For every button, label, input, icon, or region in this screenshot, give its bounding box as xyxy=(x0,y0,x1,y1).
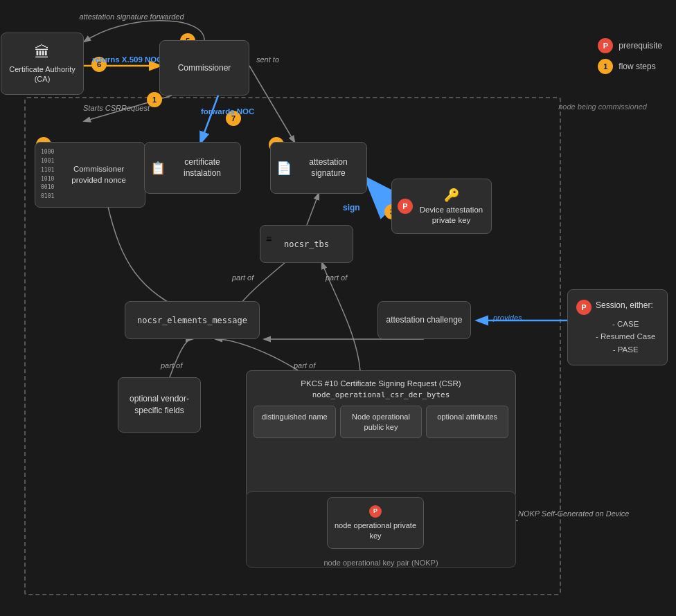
node-nocsr-tbs: nocsr_tbs xyxy=(260,225,353,263)
diagram-container: P prerequisite 1 flow steps node being c… xyxy=(0,0,676,616)
node-device-attestation: P 🔑 Device attestation private key xyxy=(391,179,492,234)
commissioner-title: Commissioner xyxy=(178,63,231,73)
node-session: P Session, either: - CASE- Resumed Case-… xyxy=(567,289,668,365)
prerequisite-label: prerequisite xyxy=(619,41,662,51)
cert-install-title: certificate instalation xyxy=(170,157,235,179)
attestation-sig-icon: 📄 xyxy=(276,161,292,176)
session-options: - CASE- Resumed Case- PASE xyxy=(576,318,655,356)
cert-install-icon: 📋 xyxy=(150,161,166,176)
legend: P prerequisite 1 flow steps xyxy=(598,38,662,74)
optional-vendor-title: optional vendor-specific fields xyxy=(124,393,195,417)
node-nokp-key: P node operational private key xyxy=(327,497,424,549)
session-prereq-badge: P xyxy=(576,300,592,315)
node-attestation-sig: 📄 attestation signature xyxy=(270,142,367,194)
csr-field-attrs: optional attributes xyxy=(426,406,508,438)
node-commissioner: Commissioner xyxy=(159,40,249,96)
boundary-label: node being commissioned xyxy=(558,102,647,111)
csr-container: PKCS #10 Certificate Signing Request (CS… xyxy=(246,370,516,498)
device-attestation-title: Device attestation private key xyxy=(417,205,486,225)
node-nonce: 100010011101101000100101 Commissioner pr… xyxy=(35,142,145,208)
device-attestation-prereq: P xyxy=(398,199,413,214)
label-part-of-4: part of xyxy=(294,361,315,370)
label-provides: provides xyxy=(493,314,522,322)
nocsr-elements-title: nocsr_elements_message xyxy=(137,316,247,325)
csr-field-dn: distinguished name xyxy=(254,406,336,438)
label-returns-noc: returns X.509 NOC xyxy=(92,55,163,65)
node-attestation-challenge: attestation challenge xyxy=(377,301,471,339)
label-forwards-noc: forwards NOC xyxy=(201,107,254,117)
nocsr-tbs-icon: ≡ xyxy=(266,233,272,244)
label-part-of-2: part of xyxy=(326,273,347,282)
legend-flow: 1 flow steps xyxy=(598,59,662,74)
nokp-prereq-badge: P xyxy=(369,505,382,518)
node-cert-install: 📋 certificate instalation xyxy=(144,142,241,194)
nokp-label: node operational key pair (NOKP) xyxy=(252,559,510,567)
attestation-sig-title: attestation signature xyxy=(296,157,361,179)
label-sent-to: sent to xyxy=(256,55,279,64)
session-title: Session, either: xyxy=(596,299,653,311)
flow-badge-legend: 1 xyxy=(598,59,613,74)
csr-fields: distinguished name Node operational publ… xyxy=(254,406,508,438)
node-nocsr-elements: nocsr_elements_message xyxy=(125,301,260,339)
csr-title: PKCS #10 Certificate Signing Request (CS… xyxy=(254,378,508,400)
label-part-of-1: part of xyxy=(232,273,254,282)
label-attestation-fwd: attestation signature forwarded xyxy=(76,12,187,21)
label-sign: sign xyxy=(343,203,360,212)
node-optional-vendor: optional vendor-specific fields xyxy=(118,377,201,433)
nocsr-tbs-title: nocsr_tbs xyxy=(284,239,329,249)
nonce-binary: 100010011101101000100101 xyxy=(41,148,54,201)
attestation-challenge-title: attestation challenge xyxy=(386,315,462,326)
prereq-badge-legend: P xyxy=(598,38,613,53)
flow-steps-label: flow steps xyxy=(619,62,655,71)
csr-field-pubkey: Node operational public key xyxy=(340,406,423,438)
nonce-title: Commissioner provided nonce xyxy=(58,164,139,185)
node-ca: 🏛 Certificate Authority (CA) xyxy=(1,33,84,95)
ca-icon: 🏛 xyxy=(35,44,50,62)
ca-title: Certificate Authority (CA) xyxy=(7,64,78,84)
legend-prerequisite: P prerequisite xyxy=(598,38,662,53)
nokp-key-title: node operational private key xyxy=(332,520,419,541)
label-part-of-3: part of xyxy=(161,361,182,370)
label-nokp-self: NOKP Self-Generated on Device xyxy=(518,509,629,519)
label-starts-csr: Starts CSRRequest xyxy=(83,104,150,112)
device-attestation-icon: 🔑 xyxy=(444,188,459,203)
